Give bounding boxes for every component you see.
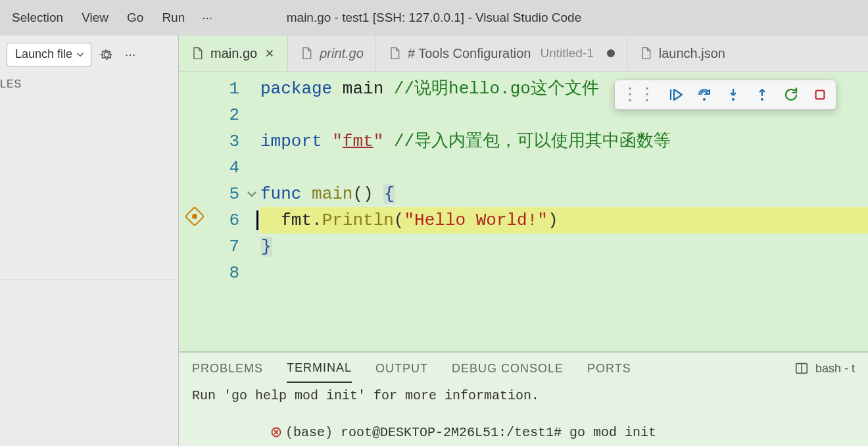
step-into-button[interactable] [724, 86, 742, 104]
sidebar-lower [0, 280, 178, 446]
panel-right: bash - t [794, 361, 855, 376]
line-number-gutter: 1 2 3 4 5 6 7 8 [210, 72, 243, 351]
tab-label: # Tools Configuration [408, 46, 531, 61]
stop-button[interactable] [811, 86, 829, 104]
line-number: 8 [210, 260, 243, 286]
tab-label: launch.json [659, 46, 725, 61]
code-content[interactable]: package main //说明hello.go这个文件 import "fm… [260, 72, 868, 351]
close-icon[interactable] [264, 47, 276, 59]
tab-label: main.go [210, 46, 257, 61]
menu-go[interactable]: Go [118, 7, 153, 29]
code-line: fmt.Println("Hello World!") [260, 207, 868, 234]
tab-main-go[interactable]: main.go [179, 36, 288, 71]
debug-toolbar[interactable]: ⋮⋮ [614, 80, 836, 110]
line-number: 4 [210, 155, 243, 181]
sidebar-section-label: LES [0, 73, 178, 95]
main-area: Launch file ··· LES main.go print.go [0, 36, 868, 446]
line-number: 6 [210, 207, 243, 234]
chevron-down-icon [76, 51, 84, 59]
editor-tabs: main.go print.go # Tools Configuration U… [179, 36, 868, 72]
svg-point-0 [703, 98, 706, 101]
code-line: import "fmt" //导入内置包，可以使用其中函数等 [260, 128, 868, 155]
menu-items: Selection View Go Run ··· [0, 7, 220, 29]
menu-run[interactable]: Run [153, 7, 194, 29]
menu-more-icon[interactable]: ··· [194, 7, 220, 29]
breakpoint-gutter[interactable] [179, 72, 210, 351]
panel-tab-terminal[interactable]: TERMINAL [287, 355, 352, 383]
tab-suffix: Untitled-1 [540, 46, 593, 61]
error-icon [271, 427, 283, 439]
continue-button[interactable] [666, 86, 685, 104]
line-number: 3 [210, 128, 243, 155]
menu-selection[interactable]: Selection [3, 7, 72, 29]
editor-area: main.go print.go # Tools Configuration U… [179, 36, 868, 446]
tab-untitled-1[interactable]: # Tools Configuration Untitled-1 [376, 36, 627, 71]
tab-print-go[interactable]: print.go [288, 36, 376, 71]
code-line: } [260, 234, 868, 260]
step-out-button[interactable] [753, 86, 771, 104]
line-number: 7 [210, 234, 243, 260]
more-icon[interactable]: ··· [122, 46, 139, 63]
panel-tab-output[interactable]: OUTPUT [375, 355, 428, 382]
split-editor-icon[interactable] [794, 361, 809, 376]
line-number: 2 [210, 102, 243, 128]
terminal-line: Run 'go help mod init' for more informat… [192, 387, 855, 405]
dirty-indicator-icon [607, 49, 615, 57]
step-over-button[interactable] [695, 86, 713, 104]
restart-button[interactable] [782, 86, 800, 104]
panel-tabs: PROBLEMS TERMINAL OUTPUT DEBUG CONSOLE P… [179, 353, 868, 384]
svg-point-1 [732, 98, 735, 101]
gear-icon[interactable] [98, 46, 115, 63]
sidebar-top: Launch file ··· [0, 36, 178, 73]
panel-tab-debug-console[interactable]: DEBUG CONSOLE [452, 355, 564, 382]
drag-handle-icon[interactable]: ⋮⋮ [621, 84, 656, 105]
code-line: func main() { [260, 181, 868, 207]
line-number: 5 [210, 181, 243, 207]
code-line [260, 155, 868, 181]
bottom-panel: PROBLEMS TERMINAL OUTPUT DEBUG CONSOLE P… [179, 351, 868, 446]
line-number: 1 [210, 76, 243, 102]
file-icon [388, 46, 401, 61]
fold-toggle[interactable] [243, 181, 260, 207]
file-icon [191, 46, 204, 61]
editor-body[interactable]: 1 2 3 4 5 6 7 8 package main //说明hello.g… [179, 72, 868, 351]
svg-point-2 [761, 98, 763, 101]
terminal-shell-label[interactable]: bash - t [815, 362, 855, 376]
breakpoint-icon [184, 206, 205, 226]
panel-tab-problems[interactable]: PROBLEMS [192, 355, 263, 382]
panel-tab-ports[interactable]: PORTS [587, 355, 631, 382]
tab-launch-json[interactable]: launch.json [627, 36, 737, 71]
menu-bar: Selection View Go Run ··· main.go - test… [0, 0, 868, 36]
file-icon [639, 46, 652, 61]
launch-config-select[interactable]: Launch file [7, 43, 91, 66]
launch-config-label: Launch file [15, 47, 72, 61]
sidebar: Launch file ··· LES [0, 36, 179, 446]
file-icon [300, 46, 313, 61]
breakpoint-marker[interactable] [179, 203, 210, 230]
terminal-line: (base) root@DESKTOP-2M26L51:/test1# go m… [192, 405, 855, 424]
code-line [260, 260, 868, 286]
tab-label: print.go [320, 46, 364, 61]
svg-rect-3 [816, 91, 825, 99]
chevron-down-icon [247, 189, 257, 199]
menu-view[interactable]: View [72, 7, 118, 29]
terminal-body[interactable]: Run 'go help mod init' for more informat… [179, 384, 868, 446]
